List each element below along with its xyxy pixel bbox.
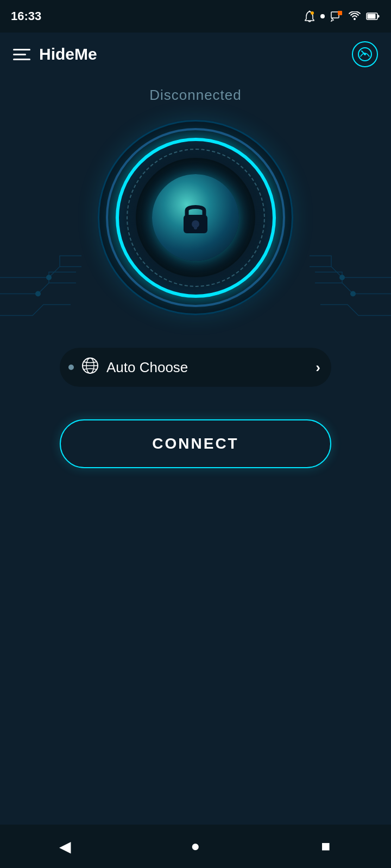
connection-status: Disconnected — [149, 87, 242, 104]
wifi-icon — [349, 11, 361, 21]
svg-point-13 — [339, 275, 345, 280]
menu-line-3 — [13, 59, 30, 60]
server-status-dot — [68, 365, 74, 370]
menu-line-1 — [13, 49, 30, 50]
svg-point-0 — [309, 11, 311, 12]
bottom-navigation: ◀ ● ■ — [0, 825, 391, 868]
server-name: Auto Choose — [106, 359, 316, 376]
server-selector[interactable]: Auto Choose › — [60, 348, 331, 387]
battery-icon — [366, 12, 380, 21]
back-button[interactable]: ◀ — [52, 833, 79, 860]
svg-point-1 — [311, 11, 314, 15]
menu-line-2 — [13, 54, 26, 55]
recents-button[interactable]: ■ — [312, 833, 339, 860]
status-dot — [320, 14, 325, 18]
menu-button[interactable] — [13, 49, 30, 60]
svg-rect-2 — [331, 12, 339, 18]
app-title: HideMe — [39, 45, 97, 63]
status-icons — [304, 10, 380, 22]
notification-icon — [304, 10, 315, 22]
status-time: 16:33 — [11, 9, 41, 23]
svg-rect-17 — [194, 224, 197, 229]
lock-icon — [179, 199, 212, 237]
status-bar: 16:33 — [0, 0, 391, 33]
svg-rect-5 — [338, 11, 342, 15]
svg-point-12 — [35, 291, 41, 297]
ring-center — [152, 174, 239, 261]
top-navigation: HideMe — [0, 33, 391, 76]
svg-point-11 — [46, 275, 52, 280]
speedometer-icon — [357, 47, 373, 62]
svg-point-3 — [331, 21, 332, 22]
svg-point-10 — [364, 53, 366, 55]
svg-rect-4 — [335, 18, 342, 21]
svg-point-14 — [350, 291, 356, 297]
speed-test-button[interactable] — [352, 41, 378, 67]
vpn-circle[interactable] — [98, 120, 293, 315]
main-content: Disconnected — [0, 76, 391, 479]
svg-rect-8 — [368, 14, 376, 19]
svg-point-6 — [354, 18, 356, 20]
connect-button[interactable]: CONNECT — [60, 419, 331, 468]
chevron-right-icon: › — [316, 359, 320, 376]
home-button[interactable]: ● — [182, 833, 209, 860]
cast-icon — [330, 11, 343, 22]
globe-icon — [81, 357, 99, 378]
nav-left: HideMe — [13, 45, 97, 63]
